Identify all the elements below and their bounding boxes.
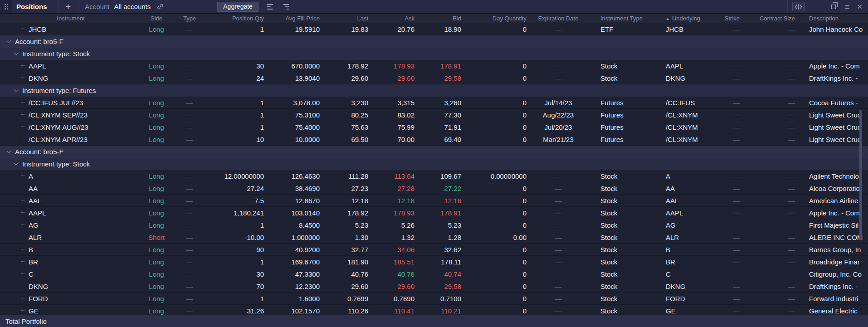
cell-instrument: JHCB: [0, 23, 141, 35]
position-row-aa[interactable]: AALong—27.2438.469027.2327.2827.220—Stoc…: [0, 182, 868, 195]
position-row-br[interactable]: BRLong—1169.6700181.90185.51178.110—Stoc…: [0, 256, 868, 268]
chevron-down-icon[interactable]: [14, 88, 19, 92]
cell-bid: 18.90: [414, 23, 461, 35]
cell-description: Light Sweet Cruc: [802, 133, 868, 145]
position-row-alr[interactable]: ALRShort—-10.001.0000001.301.321.280.00—…: [0, 231, 868, 244]
cell-position-qty: 90: [208, 244, 264, 255]
cell-type: —: [171, 72, 208, 84]
position-row-dkng[interactable]: DKNGLong—7012.230029.6029.6029.580—Stock…: [0, 280, 868, 293]
tree-branch-icon: [21, 295, 25, 302]
chevron-down-icon[interactable]: [14, 161, 19, 166]
cell-contract-size: —: [753, 268, 802, 280]
column-header-bid[interactable]: Bid: [414, 14, 461, 23]
column-header-strike[interactable]: Strike: [708, 14, 753, 23]
position-row-a[interactable]: ALong—12.00000000126.4630111.28113.64109…: [0, 170, 868, 182]
group-row-instrument-type[interactable]: Instrument type: Futures: [0, 84, 868, 97]
cell-day-quantity: 0: [461, 293, 527, 304]
position-row-dkng[interactable]: DKNGLong—2413.904029.6029.6029.580—Stock…: [0, 72, 868, 84]
cell-strike: —: [708, 121, 753, 133]
position-row--cc-ifus-jul-23[interactable]: /CC:IFUS JUL//23Long—13,078.003,2303,315…: [0, 97, 868, 109]
tree-branch-icon: [21, 271, 25, 277]
link-icon[interactable]: [157, 3, 164, 10]
position-row--cl-xnym-aug-23[interactable]: /CL:XNYM AUG//23Long—175.400075.6375.997…: [0, 121, 868, 133]
position-row--cl-xnym-apr-23[interactable]: /CL:XNYM APR//23Long—1010.000069.5070.00…: [0, 133, 868, 146]
cell-position-qty: 31.26: [208, 305, 264, 315]
cell-contract-size: —: [753, 231, 802, 243]
column-header-exp[interactable]: Expiration Date: [527, 14, 590, 23]
duplicate-panel-icon[interactable]: [831, 5, 836, 9]
group-row-instrument-type[interactable]: Instrument type: Stock: [0, 48, 868, 60]
fit-columns-button[interactable]: [792, 2, 805, 11]
cell-expiration-date: Jul/14/23: [527, 97, 590, 108]
cell-underlying: DKNG: [653, 280, 708, 292]
chevron-down-icon[interactable]: [7, 149, 11, 153]
tree-branch-icon: [21, 210, 25, 216]
position-row-ag[interactable]: AGLong—18.45005.235.265.230—StockAG——Fir…: [0, 219, 868, 231]
cell-position-qty: 1: [208, 109, 264, 121]
cell-side: Long: [141, 121, 171, 133]
cell-instrument: FORD: [0, 293, 141, 304]
panel-menu-icon[interactable]: ≡: [845, 2, 850, 11]
cell-day-quantity: 0: [461, 121, 527, 133]
cell-avg-fill-price: 38.4690: [264, 182, 320, 194]
column-header-type[interactable]: Type: [171, 14, 208, 23]
position-row-aal[interactable]: AALLong—7.512.867012.1812.1812.160—Stock…: [0, 195, 868, 207]
total-portfolio-bar[interactable]: Total Portfolio: [0, 315, 868, 327]
cell-last: 181.90: [320, 256, 368, 268]
column-header-side[interactable]: Side: [141, 14, 171, 23]
cell-strike: —: [708, 133, 753, 145]
position-row-ford[interactable]: FORDLong—11.60000.76990.76900.71000—Stoc…: [0, 293, 868, 305]
column-header-qty[interactable]: Position Qty: [208, 14, 264, 23]
cell-contract-size: —: [753, 293, 802, 304]
chevron-down-icon[interactable]: [14, 51, 19, 55]
column-header-day_qty[interactable]: Day Quantity: [461, 14, 527, 23]
drag-handle[interactable]: [0, 0, 12, 13]
close-panel-icon[interactable]: ✕: [857, 3, 863, 11]
group-row-account[interactable]: Account: bro5-F: [0, 35, 868, 48]
column-header-row: InstrumentSideTypePosition QtyAvg Fill P…: [0, 13, 868, 23]
cell-last: 19.83: [320, 23, 368, 35]
column-header-contract[interactable]: Contract Size: [753, 14, 802, 23]
group-row-account[interactable]: Account: bro5-E: [0, 146, 868, 158]
position-row-c[interactable]: CLong—3047.330040.7640.7640.740—StockC——…: [0, 268, 868, 280]
aggregate-button[interactable]: Aggregate: [217, 2, 258, 12]
cell-ask: 178.93: [368, 207, 414, 219]
cell-bid: 1.28: [414, 231, 461, 243]
cell-avg-fill-price: 13.9040: [264, 72, 320, 84]
column-header-last[interactable]: Last: [320, 14, 368, 23]
cell-last: 110.26: [320, 305, 368, 315]
group-row-instrument-type[interactable]: Instrument type: Stock: [0, 158, 868, 170]
cell-expiration-date: Mar/21/23: [527, 133, 590, 145]
expand-all-icon[interactable]: [267, 4, 273, 10]
cell-avg-fill-price: 19.5910: [264, 23, 320, 35]
cell-last: 178.92: [320, 60, 368, 72]
cell-side: Long: [141, 60, 171, 72]
cell-position-qty: 27.24: [208, 182, 264, 194]
column-header-avg[interactable]: Avg Fill Price: [264, 14, 320, 23]
cell-last: 3,230: [320, 97, 368, 108]
position-row--cl-xnym-sep-23[interactable]: /CL:XNYM SEP//23Long—175.310080.2583.027…: [0, 109, 868, 121]
column-header-ask[interactable]: Ask: [368, 14, 414, 23]
position-row-aapl[interactable]: AAPLLong—30670.0000178.92178.93178.910—S…: [0, 60, 868, 72]
positions-panel: Positions + Account All accounts Aggrega…: [0, 0, 868, 327]
column-header-desc[interactable]: Description: [802, 14, 868, 23]
collapse-all-icon[interactable]: [283, 4, 289, 10]
add-tab-button[interactable]: +: [59, 1, 78, 13]
cell-description: DraftKings Inc. -: [802, 72, 868, 84]
cell-last: 12.18: [320, 195, 368, 206]
column-header-instrument[interactable]: Instrument: [0, 14, 141, 23]
position-row-jhcb[interactable]: JHCBLong—119.591019.8320.7618.900—ETFJHC…: [0, 23, 868, 35]
cell-underlying: A: [653, 170, 708, 182]
cell-day-quantity: 0: [461, 256, 527, 268]
column-header-itype[interactable]: Instrument Type: [590, 14, 653, 23]
position-row-ge[interactable]: GELong—31.26102.1570110.26110.41110.210—…: [0, 305, 868, 315]
position-row-b[interactable]: BLong—9040.920032.7734.0632.620—StockB——…: [0, 244, 868, 256]
position-row-aapl[interactable]: AAPLLong—1,180.241103.0140178.92178.9317…: [0, 207, 868, 219]
chevron-down-icon[interactable]: [7, 39, 11, 43]
account-selector[interactable]: All accounts: [114, 3, 151, 10]
cell-last: 40.76: [320, 268, 368, 280]
cell-avg-fill-price: 12.2300: [264, 280, 320, 292]
vertical-scrollbar-thumb[interactable]: [859, 110, 862, 240]
positions-table-body: JHCBLong—119.591019.8320.7618.900—ETFJHC…: [0, 23, 868, 315]
column-header-underlying[interactable]: ▲Underlying: [653, 14, 708, 23]
